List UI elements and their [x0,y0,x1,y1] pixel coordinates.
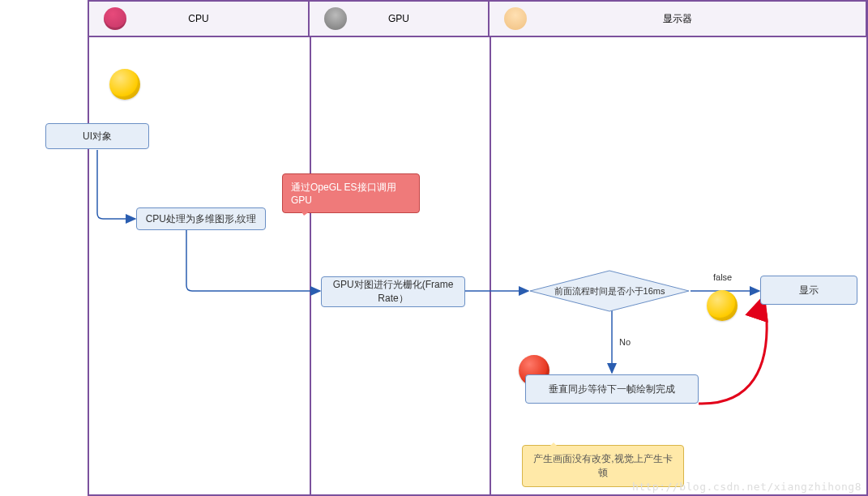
gpu-raster-node: GPU对图进行光栅化(Frame Rate） [321,276,465,307]
lane-label-gpu: GPU [388,13,409,24]
lane-label-display: 显示器 [663,12,692,26]
lane-border-3 [490,37,491,496]
lane-header-gpu: GPU [310,0,490,37]
actor-icon-gpu [324,7,347,30]
gpu-raster-label: GPU对图进行光栅化(Frame Rate） [330,278,456,306]
lane-label-cpu: CPU [188,13,208,24]
cpu-process-label: CPU处理为多维图形,纹理 [146,212,257,226]
watermark: http://blog.csdn.net/xiangzhihong8 [632,481,862,493]
cpu-process-node: CPU处理为多维图形,纹理 [136,207,266,230]
stutter-callout-label: 产生画面没有改变,视觉上产生卡顿 [533,453,672,478]
vsync-wait-label: 垂直同步等待下一帧绘制完成 [549,383,675,396]
swimlane-headers: CPU GPU 显示器 [88,0,868,37]
actor-icon-cpu [104,7,126,30]
decision-16ms: 前面流程时间是否小于16ms [528,269,691,313]
display-label: 显示 [799,284,819,297]
lane-outer-border [88,0,868,496]
smile-emoji-icon [707,290,738,321]
display-node: 显示 [760,276,857,305]
wink-emoji-icon [109,69,140,100]
lane-border-left [88,37,89,496]
lane-header-display: 显示器 [490,0,867,37]
ui-object-label: UI对象 [83,130,112,143]
opengl-callout: 通过OpeGL ES接口调用GPU [282,173,420,213]
lane-border-2 [310,37,311,496]
lane-header-cpu: CPU [88,0,310,37]
edge-label-false: false [713,272,732,282]
actor-icon-display [504,7,527,30]
decision-16ms-label: 前面流程时间是否小于16ms [540,285,680,297]
vsync-wait-node: 垂直同步等待下一帧绘制完成 [525,374,699,404]
ui-object-node: UI对象 [45,123,149,149]
opengl-callout-label: 通过OpeGL ES接口调用GPU [291,182,396,206]
edge-label-no: No [619,337,631,347]
